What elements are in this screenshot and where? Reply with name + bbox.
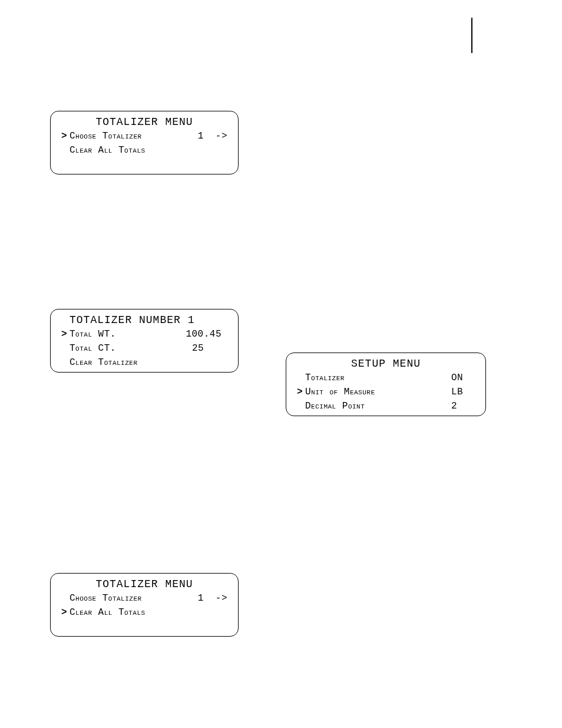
menu-row-total-wt[interactable]: > Total WT. 100.45 — [61, 327, 227, 341]
menu-row-clear-totalizer[interactable]: Clear Totalizer — [61, 355, 227, 370]
menu-row-label: Total WT. — [70, 327, 116, 341]
menu-row-label: Choose Totalizer — [70, 591, 142, 605]
menu-row-label: Decimal Point — [305, 399, 365, 413]
panel-title: TOTALIZER MENU — [61, 116, 227, 128]
page-cursor-bar — [471, 18, 472, 53]
menu-row-value: ON — [451, 371, 469, 385]
menu-row-label: Totalizer — [305, 371, 345, 385]
menu-row-label: Clear Totalizer — [70, 355, 138, 370]
menu-row-value: 100.45 — [186, 327, 222, 341]
menu-row-choose-totalizer[interactable]: > Choose Totalizer 1 -> — [61, 129, 227, 143]
menu-row-value: 2 — [451, 399, 469, 413]
arrow-icon: -> — [216, 591, 227, 605]
menu-row-value: 1 — [198, 591, 210, 605]
menu-row-label: Total CT. — [70, 341, 116, 355]
menu-row-unit-of-measure[interactable]: > Unit of Measure LB — [297, 385, 475, 399]
panel-title: TOTALIZER MENU — [61, 578, 227, 590]
setup-menu-panel: SETUP MENU Totalizer ON > Unit of Measur… — [286, 353, 486, 416]
menu-row-label: Unit of Measure — [305, 385, 375, 399]
arrow-icon: -> — [216, 129, 227, 143]
menu-row-value: LB — [451, 385, 469, 399]
panel-title: TOTALIZER NUMBER 1 — [61, 314, 227, 326]
menu-row-total-ct[interactable]: Total CT. 25 — [61, 341, 227, 355]
cursor-icon: > — [61, 327, 70, 341]
menu-row-value: 25 — [192, 341, 222, 355]
menu-row-label: Clear All Totals — [70, 143, 146, 157]
menu-row-clear-all-totals[interactable]: Clear All Totals — [61, 143, 227, 157]
menu-row-label: Clear All Totals — [70, 605, 146, 620]
totalizer-menu-panel-1: TOTALIZER MENU > Choose Totalizer 1 -> C… — [50, 111, 239, 174]
menu-row-value: 1 — [198, 129, 210, 143]
menu-row-decimal-point[interactable]: Decimal Point 2 — [297, 399, 475, 413]
cursor-icon: > — [61, 605, 70, 620]
menu-row-choose-totalizer[interactable]: Choose Totalizer 1 -> — [61, 591, 227, 605]
panel-title: SETUP MENU — [297, 358, 475, 370]
menu-row-clear-all-totals[interactable]: > Clear All Totals — [61, 605, 227, 620]
cursor-icon: > — [297, 385, 305, 399]
cursor-icon: > — [61, 129, 70, 143]
menu-row-totalizer[interactable]: Totalizer ON — [297, 371, 475, 385]
totalizer-menu-panel-2: TOTALIZER MENU Choose Totalizer 1 -> > C… — [50, 573, 239, 637]
menu-row-label: Choose Totalizer — [70, 129, 142, 143]
totalizer-number-panel: TOTALIZER NUMBER 1 > Total WT. 100.45 To… — [50, 309, 239, 373]
